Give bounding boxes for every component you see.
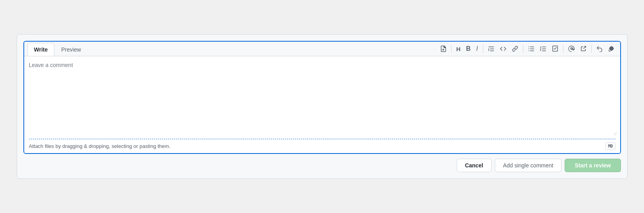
markdown-icon: MD — [606, 142, 615, 150]
textarea-area — [24, 56, 620, 139]
fullscreen-button[interactable] — [606, 44, 617, 54]
file-attach-area: Attach files by dragging & dropping, sel… — [24, 139, 620, 153]
add-single-comment-button[interactable]: Add single comment — [495, 159, 562, 172]
undo-button[interactable] — [594, 44, 605, 54]
file-attach-text: Attach files by dragging & dropping, sel… — [29, 143, 171, 149]
toolbar-divider-1 — [451, 45, 452, 53]
italic-button[interactable]: I — [474, 44, 480, 54]
tab-preview[interactable]: Preview — [54, 43, 88, 56]
editor-wrapper: Write Preview H B — [23, 41, 621, 154]
mention-button[interactable] — [566, 44, 577, 54]
action-row: Cancel Add single comment Start a review — [23, 159, 621, 172]
unordered-list-button[interactable] — [526, 44, 537, 54]
bold-button[interactable]: B — [463, 44, 473, 54]
toolbar-divider-2 — [483, 45, 483, 53]
comment-textarea[interactable] — [29, 61, 615, 132]
toolbar: H B I — [438, 42, 617, 56]
tasklist-button[interactable] — [550, 44, 561, 54]
code-button[interactable] — [498, 44, 509, 54]
reference-button[interactable] — [578, 44, 589, 54]
start-review-button[interactable]: Start a review — [565, 159, 621, 172]
tabs-toolbar: Write Preview H B — [24, 42, 620, 56]
tab-write[interactable]: Write — [27, 43, 55, 56]
cancel-button[interactable]: Cancel — [457, 159, 492, 172]
add-file-button[interactable] — [438, 44, 449, 54]
blockquote-button[interactable] — [486, 44, 497, 54]
ordered-list-button[interactable] — [538, 44, 549, 54]
editor-container: Write Preview H B — [17, 34, 628, 179]
heading-button[interactable]: H — [454, 44, 463, 54]
resize-handle[interactable] — [613, 132, 618, 136]
tab-list: Write Preview — [27, 42, 88, 56]
toolbar-divider-3 — [523, 45, 523, 53]
toolbar-divider-5 — [591, 45, 592, 53]
link-button[interactable] — [509, 44, 521, 54]
toolbar-divider-4 — [563, 45, 563, 53]
